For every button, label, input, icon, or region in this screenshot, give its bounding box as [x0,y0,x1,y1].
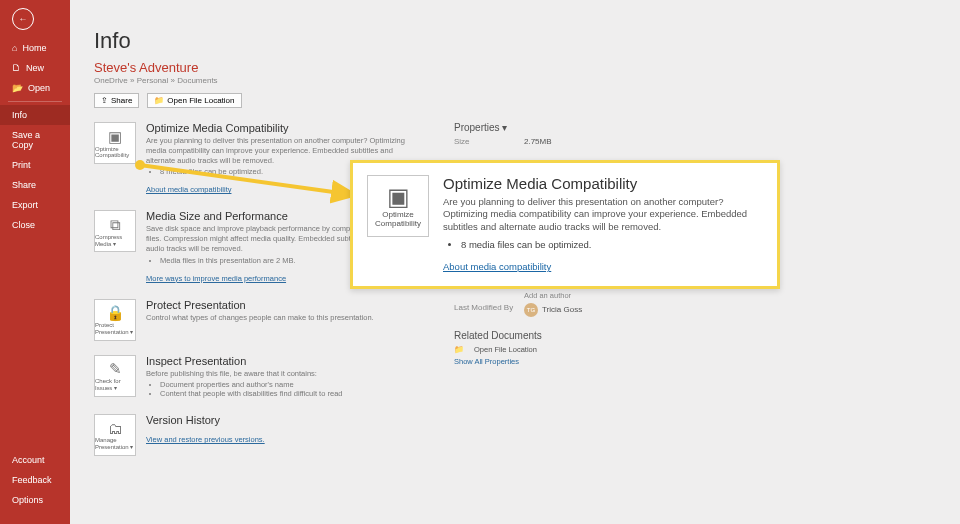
version-history-link[interactable]: View and restore previous versions. [146,435,265,444]
properties-heading[interactable]: Properties ▾ [454,122,936,133]
nav-open[interactable]: 📂Open [0,78,70,98]
inspect-desc: Before publishing this file, be aware th… [146,369,414,379]
share-button[interactable]: ⇪Share [94,93,139,108]
open-file-location-link[interactable]: Open File Location [474,345,537,354]
show-all-properties-link[interactable]: Show All Properties [454,357,519,366]
nav-new[interactable]: 🗋New [0,58,70,78]
back-arrow-icon: ← [19,14,28,24]
history-icon: 🗂 [108,420,123,437]
open-file-location-button[interactable]: 📁Open File Location [147,93,241,108]
callout-zoom: ▣ Optimize Compatibility Optimize Media … [350,160,780,289]
add-author-link[interactable]: Add an author [524,291,571,300]
nav-info[interactable]: Info [0,105,70,125]
nav-share[interactable]: Share [0,175,70,195]
nav-home[interactable]: ⌂Home [0,38,70,58]
callout-bullet: 8 media files can be optimized. [461,239,763,250]
improve-media-link[interactable]: More ways to improve media performance [146,274,286,283]
callout-tile[interactable]: ▣ Optimize Compatibility [367,175,429,237]
share-icon: ⇪ [101,96,108,105]
callout-heading: Optimize Media Compatibility [443,175,763,192]
compress-media-tile[interactable]: ⧉Compress Media ▾ [94,210,136,252]
optimize-compatibility-tile[interactable]: ▣Optimize Compatibility [94,122,136,164]
media-icon: ▣ [387,183,410,211]
protect-block: 🔒Protect Presentation ▾ Protect Presenta… [94,299,414,341]
nav-options[interactable]: Options [0,490,70,510]
inspect-icon: ✎ [109,360,122,378]
inspect-bullet-2: Content that people with disabilities fi… [160,389,414,398]
prop-size-key: Size [454,137,514,146]
nav-feedback[interactable]: Feedback [0,470,70,490]
new-icon: 🗋 [12,63,21,73]
protect-desc: Control what types of changes people can… [146,313,414,323]
lock-icon: 🔒 [106,304,125,322]
prop-lastmod-key: Last Modified By [454,303,514,317]
page-title: Info [94,28,936,54]
nav-close[interactable]: Close [0,215,70,235]
avatar: TG [524,303,538,317]
document-title: Steve's Adventure [94,60,936,75]
inspect-bullet-1: Document properties and author's name [160,380,414,389]
nav-print[interactable]: Print [0,155,70,175]
check-issues-tile[interactable]: ✎Check for Issues ▾ [94,355,136,397]
inspect-heading: Inspect Presentation [146,355,414,367]
manage-presentation-tile[interactable]: 🗂Manage Presentation ▾ [94,414,136,456]
prop-lastmod-val: Tricia Goss [542,305,582,314]
compress-icon: ⧉ [110,216,121,234]
home-icon: ⌂ [12,43,17,53]
back-button[interactable]: ← [12,8,34,30]
related-docs-heading: Related Documents [454,330,936,341]
nav-separator [8,101,62,102]
callout-desc: Are you planning to deliver this present… [443,196,763,233]
inspect-block: ✎Check for Issues ▾ Inspect Presentation… [94,355,414,401]
about-media-compat-link[interactable]: About media compatibility [146,185,231,194]
document-path: OneDrive » Personal » Documents [94,76,936,85]
nav-save-copy[interactable]: Save a Copy [0,125,70,155]
callout-link[interactable]: About media compatibility [443,261,551,272]
folder-icon: 📁 [454,345,464,354]
history-heading: Version History [146,414,414,426]
protect-presentation-tile[interactable]: 🔒Protect Presentation ▾ [94,299,136,341]
open-icon: 📂 [12,83,23,93]
history-block: 🗂Manage Presentation ▾ Version History V… [94,414,414,456]
nav-account[interactable]: Account [0,450,70,470]
protect-heading: Protect Presentation [146,299,414,311]
backstage-sidebar: ← ⌂Home 🗋New 📂Open Info Save a Copy Prin… [0,0,70,524]
prop-size-val: 2.75MB [524,137,552,146]
optimize-heading: Optimize Media Compatibility [146,122,414,134]
nav-export[interactable]: Export [0,195,70,215]
folder-icon: 📁 [154,96,164,105]
media-icon: ▣ [108,128,122,146]
